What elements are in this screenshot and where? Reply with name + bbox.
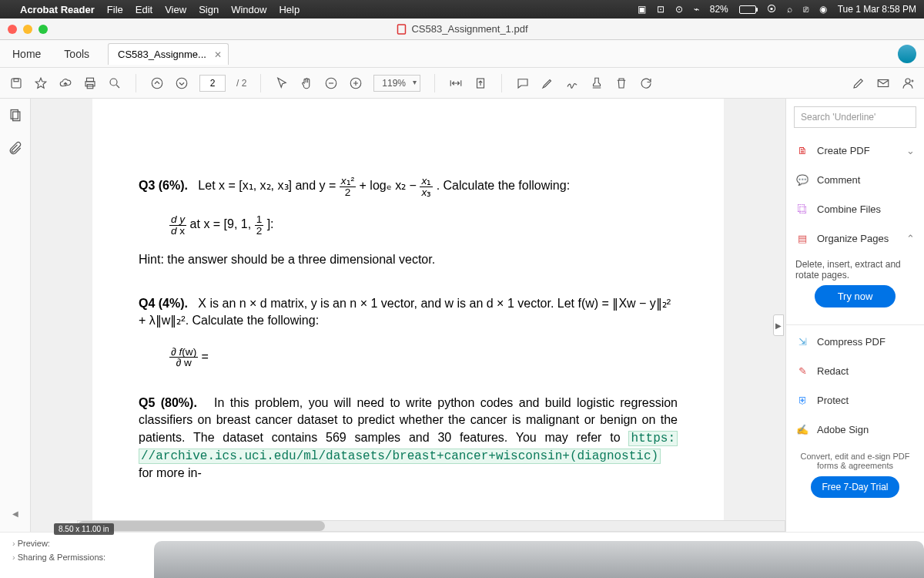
q3-dydx: d yd x	[169, 214, 186, 236]
free-trial-button[interactable]: Free 7-Day Trial	[811, 476, 899, 498]
camera-icon[interactable]: ▣	[638, 4, 646, 15]
tool-compress[interactable]: ⇲Compress PDF	[786, 327, 924, 356]
tool-create-pdf[interactable]: 🗎Create PDF	[786, 136, 924, 165]
q3-text-b: + logₑ x₂ −	[360, 179, 420, 192]
left-rail: ◀	[0, 99, 31, 532]
svg-point-7	[110, 79, 117, 86]
attachments-icon[interactable]	[8, 140, 23, 156]
page-number-input[interactable]	[199, 75, 226, 92]
close-tab-icon[interactable]: ✕	[214, 49, 222, 60]
tool-protect[interactable]: ⛨Protect	[786, 385, 924, 415]
fullscreen-window-button[interactable]	[38, 25, 48, 34]
search-tools-input[interactable]: Search 'Underline'	[794, 106, 916, 128]
app-name[interactable]: Acrobat Reader	[20, 4, 95, 15]
menu-window[interactable]: Window	[231, 4, 266, 15]
q5-heading: Q5 (80%).	[139, 396, 197, 409]
organize-description: Delete, insert, extract and rotate pages…	[786, 253, 924, 323]
menu-edit[interactable]: Edit	[136, 4, 152, 15]
cloud-icon[interactable]	[59, 76, 72, 90]
tool-comment[interactable]: 💬Comment	[786, 165, 924, 194]
q3-frac2: x₁x₃	[420, 176, 433, 197]
page-down-icon[interactable]	[175, 76, 189, 90]
scrollbar-thumb[interactable]	[78, 521, 325, 531]
q5-text-a: In this problem, you will need to write …	[139, 396, 678, 444]
zoom-level[interactable]: 119%	[373, 75, 420, 92]
edit-icon[interactable]	[852, 76, 865, 90]
expand-panel-handle[interactable]: ▶	[773, 314, 784, 336]
comment-tool-icon: 💬	[795, 173, 809, 187]
mail-icon[interactable]	[876, 76, 890, 90]
collapse-rail-icon[interactable]: ◀	[12, 509, 18, 518]
search-icon[interactable]: ⌕	[787, 4, 792, 15]
document-viewport[interactable]: Q3 (6%). Let x = [x₁, x₂, x₃] and y = x₁…	[31, 99, 785, 532]
account-icon[interactable]	[898, 45, 916, 63]
q4-heading: Q4 (4%).	[139, 297, 188, 310]
compress-icon: ⇲	[795, 334, 809, 348]
tool-adobe-sign[interactable]: ✍Adobe Sign	[786, 415, 924, 444]
try-now-button[interactable]: Try now	[815, 285, 896, 307]
share-icon[interactable]	[901, 76, 915, 90]
battery-icon[interactable]	[739, 5, 756, 14]
document-tab[interactable]: CS583_Assignme... ✕	[108, 43, 229, 65]
tool-redact[interactable]: ✎Redact	[786, 356, 924, 385]
organize-icon: ▤	[795, 231, 809, 245]
close-window-button[interactable]	[8, 25, 17, 34]
play-icon[interactable]: ⊙	[675, 4, 683, 15]
wifi-icon[interactable]: ⦿	[767, 4, 776, 15]
menu-sign[interactable]: Sign	[199, 4, 219, 15]
q3-text-a: Let x = [x₁, x₂, x₃] and y =	[198, 179, 339, 192]
horizontal-scrollbar[interactable]	[77, 520, 785, 532]
combine-icon: ⿻	[795, 202, 809, 216]
bluetooth-icon[interactable]: ⌁	[694, 4, 699, 15]
protect-icon: ⛨	[795, 393, 809, 407]
sign-section: Convert, edit and e-sign PDF forms & agr…	[786, 444, 924, 512]
video-icon[interactable]: ⊡	[657, 4, 665, 15]
menu-file[interactable]: File	[107, 4, 123, 15]
page-up-icon[interactable]	[150, 76, 164, 90]
sign-icon[interactable]	[565, 76, 579, 90]
fit-width-icon[interactable]	[449, 76, 463, 90]
q4-text: X is an n × d matrix, y is an n × 1 vect…	[139, 297, 671, 327]
q4-eq: =	[202, 350, 209, 363]
zoom-out-icon[interactable]	[324, 76, 338, 90]
stamp-icon[interactable]	[590, 76, 604, 90]
q3-deriv-b: ]:	[267, 218, 274, 231]
menu-help[interactable]: Help	[279, 4, 300, 15]
menu-view[interactable]: View	[165, 4, 186, 15]
macos-menubar: Acrobat Reader File Edit View Sign Windo…	[0, 0, 924, 18]
battery-percent[interactable]: 82%	[710, 4, 728, 15]
siri-icon[interactable]: ◉	[819, 4, 827, 15]
hand-tool-icon[interactable]	[300, 76, 313, 90]
q3-text-c: . Calculate the following:	[437, 179, 570, 192]
thumbnails-icon[interactable]	[8, 108, 23, 123]
star-icon[interactable]	[34, 76, 48, 90]
fit-page-icon[interactable]	[474, 76, 487, 90]
clock[interactable]: Tue 1 Mar 8:58 PM	[838, 4, 916, 15]
svg-point-14	[906, 79, 910, 83]
svg-rect-15	[11, 110, 18, 119]
rotate-icon[interactable]	[639, 76, 653, 90]
q3-half: 12	[255, 214, 264, 236]
zoom-in-icon[interactable]	[349, 76, 363, 90]
comment-icon[interactable]	[516, 76, 530, 90]
q4-dfdw: ∂ f(w)∂ w	[169, 347, 198, 368]
tabs-row: Home Tools CS583_Assignme... ✕	[0, 40, 924, 68]
save-icon[interactable]	[9, 76, 23, 90]
svg-rect-4	[87, 78, 94, 82]
tool-combine[interactable]: ⿻Combine Files	[786, 194, 924, 223]
tool-organize[interactable]: ▤Organize Pages	[786, 223, 924, 253]
highlight-icon[interactable]	[541, 76, 554, 90]
magnifier-icon[interactable]	[108, 76, 122, 90]
tab-home[interactable]: Home	[8, 45, 45, 63]
pdf-page: Q3 (6%). Let x = [x₁, x₂, x₃] and y = x₁…	[92, 99, 724, 532]
print-icon[interactable]	[83, 76, 97, 90]
control-center-icon[interactable]: ⎚	[803, 4, 808, 15]
select-tool-icon[interactable]	[275, 76, 289, 90]
toolbar: / 2 119%	[0, 68, 924, 99]
tab-tools[interactable]: Tools	[59, 45, 94, 63]
minimize-window-button[interactable]	[23, 25, 32, 34]
macos-dock[interactable]	[154, 541, 924, 578]
trash-icon[interactable]	[614, 76, 628, 90]
traffic-lights	[8, 25, 48, 34]
svg-rect-3	[14, 79, 18, 82]
